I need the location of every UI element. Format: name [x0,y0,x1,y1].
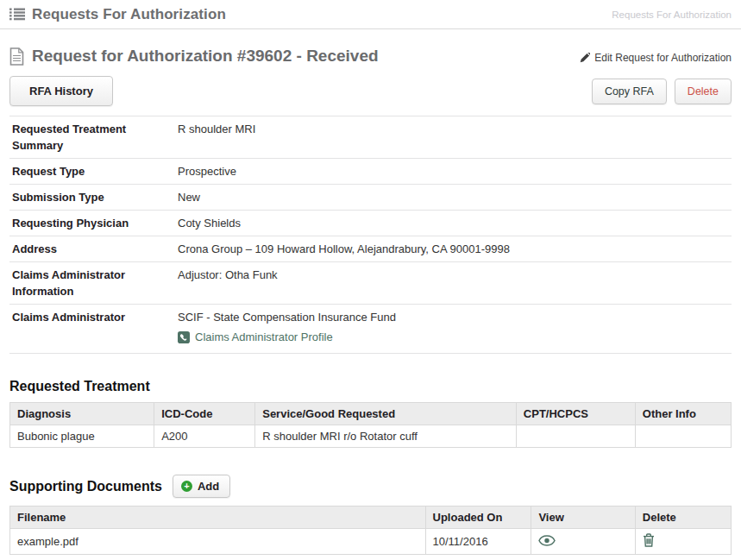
rfa-details: Requested Treatment Summary R shoulder M… [9,116,732,354]
cell-filename: example.pdf [10,529,426,555]
detail-row: Claims Administrator SCIF - State Compen… [9,305,732,354]
column-header-service-good: Service/Good Requested [255,403,517,425]
page-heading-row: Request for Authorization #39602 - Recei… [9,47,732,66]
detail-value: Prospective [178,163,236,179]
plus-circle-icon: + [181,481,192,492]
supporting-documents-table: Filename Uploaded On View Delete example… [9,506,732,555]
detail-label: Requesting Physician [12,215,178,231]
requested-treatment-table: Diagnosis ICD-Code Service/Good Requeste… [9,402,732,448]
view-document-eye-icon[interactable] [538,535,556,546]
delete-document-trash-icon[interactable] [643,533,655,547]
column-header-view: View [531,507,635,529]
cell-uploaded-on: 10/11/2016 [425,529,531,555]
detail-value: Crona Group – 109 Howard Hollow, Alejand… [178,241,510,257]
detail-row: Requesting Physician Coty Shields [9,211,732,236]
phone-icon [178,331,190,343]
detail-label: Requested Treatment Summary [12,121,178,154]
cell-service-good: R shoulder MRI r/o Rotator cuff [255,425,517,448]
column-header-cpt-hcpcs: CPT/HCPCS [516,403,635,425]
claims-administrator-name: SCIF - State Compensation Insurance Fund [178,311,396,324]
rfa-history-button[interactable]: RFA History [9,76,113,106]
edit-rfa-link[interactable]: Edit Request for Authorization [580,52,732,64]
edit-rfa-label: Edit Request for Authorization [594,52,732,64]
supporting-documents-heading: Supporting Documents [9,479,162,494]
detail-row: Request Type Prospective [9,159,732,185]
treatment-row: Bubonic plague A200 R shoulder MRI r/o R… [10,425,732,448]
cell-diagnosis: Bubonic plague [10,425,154,448]
breadcrumb[interactable]: Requests For Authorization [612,9,732,20]
claims-administrator-profile-label: Claims Administrator Profile [195,329,333,345]
documents-header-row: Filename Uploaded On View Delete [10,507,732,529]
detail-value: Adjustor: Otha Funk [178,267,278,283]
detail-row: Requested Treatment Summary R shoulder M… [9,116,732,159]
detail-label: Claims Administrator Information [12,267,178,299]
column-header-uploaded-on: Uploaded On [425,507,531,529]
add-document-button[interactable]: + Add [173,475,230,498]
requested-treatment-heading: Requested Treatment [9,379,732,394]
detail-value: Coty Shields [178,215,241,231]
app-title: Requests For Authorization [32,6,226,23]
detail-label: Claims Administrator [12,309,178,325]
column-header-other-info: Other Info [635,403,731,425]
detail-row: Submission Type New [9,185,732,211]
column-header-delete: Delete [635,507,731,529]
detail-value: SCIF - State Compensation Insurance Fund… [178,309,396,345]
action-row: RFA History Copy RFA Delete [9,76,732,106]
treatment-header-row: Diagnosis ICD-Code Service/Good Requeste… [10,403,732,425]
document-icon [9,47,24,66]
document-row: example.pdf 10/11/2016 [10,529,732,555]
list-icon [9,8,25,21]
pencil-icon [580,53,590,63]
cell-cpt-hcpcs [516,425,635,448]
cell-icd-code: A200 [154,425,255,448]
detail-value: R shoulder MRI [178,121,255,137]
detail-label: Submission Type [12,189,178,205]
column-header-icd-code: ICD-Code [154,403,255,425]
add-document-label: Add [198,480,219,493]
detail-label: Request Type [12,163,178,179]
column-header-diagnosis: Diagnosis [10,403,154,425]
cell-other-info [635,425,731,448]
delete-rfa-button[interactable]: Delete [675,79,732,104]
page-title: Request for Authorization #39602 - Recei… [32,47,379,66]
detail-value: New [178,189,200,205]
supporting-documents-header-row: Supporting Documents + Add [9,475,732,498]
detail-row: Claims Administrator Information Adjusto… [9,262,732,305]
detail-row: Address Crona Group – 109 Howard Hollow,… [9,236,732,262]
topbar: Requests For Authorization Requests For … [0,0,741,29]
column-header-filename: Filename [10,507,426,529]
detail-label: Address [12,241,178,257]
copy-rfa-button[interactable]: Copy RFA [592,79,667,104]
claims-administrator-profile-link[interactable]: Claims Administrator Profile [178,329,396,345]
